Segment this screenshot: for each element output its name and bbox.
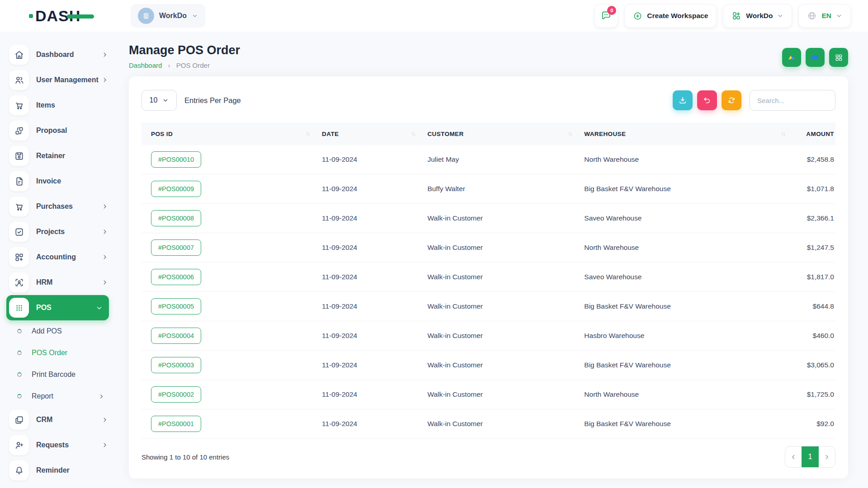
- pagination-next-button[interactable]: ›: [819, 446, 835, 467]
- grid-icon: [834, 53, 844, 62]
- pos-id-badge[interactable]: #POS00007: [151, 239, 201, 256]
- customer-cell: Walk-in Customer: [427, 273, 584, 281]
- pos-id-badge[interactable]: #POS00006: [151, 269, 201, 285]
- pos-id-cell: #POS00010: [142, 151, 322, 168]
- pos-id-badge[interactable]: #POS00010: [151, 151, 201, 168]
- sidebar-item-projects[interactable]: Projects: [0, 219, 115, 244]
- bullet-icon: [17, 394, 22, 399]
- undo-button[interactable]: [697, 90, 717, 110]
- grid-plus-icon: [9, 247, 29, 267]
- workspace-avatar: [138, 8, 154, 24]
- warehouse-cell: North Warehouse: [584, 244, 797, 252]
- sidebar-subitem-pos-order[interactable]: POS Order: [0, 342, 115, 364]
- workdo-menu-button[interactable]: WorkDo: [723, 4, 792, 28]
- sidebar-item-requests[interactable]: Requests: [0, 432, 115, 458]
- date-cell: 11-09-2024: [322, 185, 427, 193]
- download-icon: [678, 96, 687, 105]
- pos-id-cell: #POS00004: [142, 328, 322, 344]
- column-customer[interactable]: CUSTOMER ↑↓: [427, 131, 584, 137]
- pos-id-badge[interactable]: #POS00009: [151, 181, 201, 197]
- pagination-prev-button[interactable]: ‹: [785, 446, 802, 467]
- pos-id-cell: #POS00002: [142, 386, 322, 403]
- column-date[interactable]: DATE ↑↓: [322, 131, 427, 137]
- chevron-right-icon: [102, 417, 108, 423]
- language-code: EN: [821, 12, 831, 20]
- users-icon: [9, 70, 29, 90]
- sidebar-item-user-management[interactable]: User Management: [0, 67, 115, 93]
- page-title: Manage POS Order: [129, 43, 240, 57]
- chevron-down-icon: [192, 13, 198, 19]
- pos-id-cell: #POS00007: [142, 239, 322, 256]
- breadcrumb: Dashboard › POS Order: [129, 61, 240, 69]
- undo-arrow-icon: [703, 96, 712, 105]
- page-head-left: Manage POS Order Dashboard › POS Order: [129, 43, 240, 69]
- workspace-label: WorkDo: [159, 12, 187, 20]
- workspace-selector[interactable]: WorkDo: [131, 4, 205, 28]
- pos-order-card: 10 Entries Per Page: [129, 76, 848, 479]
- amount-cell: $1,071.8: [797, 185, 835, 193]
- refresh-button[interactable]: [722, 90, 741, 110]
- chevron-down-icon: [96, 305, 103, 311]
- sidebar-subitem-report[interactable]: Report: [0, 385, 115, 407]
- entries-per-page-label: Entries Per Page: [184, 96, 241, 105]
- table-row: #POS00010 11-09-2024 Juliet May North Wa…: [142, 145, 835, 174]
- sidebar-item-reminder[interactable]: Reminder: [0, 458, 115, 483]
- cart-icon: [9, 95, 29, 115]
- export-download-button[interactable]: [673, 90, 693, 110]
- column-pos-id[interactable]: POS ID ↑↓: [142, 131, 322, 137]
- onedrive-icon: [810, 52, 821, 63]
- messages-button[interactable]: 0: [594, 4, 618, 28]
- sidebar-item-items[interactable]: Items: [0, 93, 115, 118]
- sidebar-subitem-print-barcode[interactable]: Print Barcode: [0, 364, 115, 385]
- warehouse-cell: Big Basket F&V Warehouse: [584, 420, 797, 428]
- sidebar-item-invoice[interactable]: Invoice: [0, 169, 115, 194]
- pos-id-badge[interactable]: #POS00001: [151, 416, 201, 432]
- language-selector[interactable]: EN: [798, 4, 851, 28]
- pos-id-cell: #POS00005: [142, 298, 322, 314]
- chevron-right-icon: [102, 52, 108, 58]
- pos-id-cell: #POS00009: [142, 181, 322, 197]
- warehouse-cell: North Warehouse: [584, 155, 797, 164]
- column-amount[interactable]: AMOUNT: [797, 131, 835, 137]
- pagination-page-1[interactable]: 1: [802, 446, 819, 467]
- sidebar-item-hrm[interactable]: HRM: [0, 270, 115, 295]
- customer-cell: Walk-in Customer: [427, 332, 584, 340]
- pos-id-badge[interactable]: #POS00004: [151, 328, 201, 344]
- sidebar-item-dashboard[interactable]: Dashboard: [0, 42, 115, 67]
- sidebar-item-purchases[interactable]: Purchases: [0, 194, 115, 219]
- pos-id-badge[interactable]: #POS00003: [151, 357, 201, 373]
- date-cell: 11-09-2024: [322, 214, 427, 222]
- entries-per-page-select[interactable]: 10: [142, 90, 177, 111]
- customer-cell: Walk-in Customer: [427, 302, 584, 310]
- chevron-right-icon: [102, 254, 108, 260]
- pos-id-badge[interactable]: #POS00008: [151, 210, 201, 226]
- main-content: Manage POS Order Dashboard › POS Order: [115, 32, 868, 488]
- column-warehouse[interactable]: WAREHOUSE ↑↓: [584, 131, 797, 137]
- sidebar-item-pos[interactable]: POS: [6, 295, 109, 320]
- sidebar-item-crm[interactable]: CRM: [0, 407, 115, 432]
- table-row: #POS00008 11-09-2024 Walk-in Customer Sa…: [142, 204, 835, 233]
- create-workspace-button[interactable]: Create Workspace: [624, 4, 717, 28]
- sidebar-item-retainer[interactable]: Retainer: [0, 143, 115, 169]
- pos-id-badge[interactable]: #POS00002: [151, 386, 201, 403]
- pos-id-badge[interactable]: #POS00005: [151, 298, 201, 314]
- google-drive-button[interactable]: [782, 48, 801, 67]
- page-head-actions: [782, 48, 848, 67]
- chevron-right-icon: [99, 394, 104, 399]
- brand-logo[interactable]: DASH: [29, 8, 115, 23]
- amount-cell: $644.8: [797, 302, 835, 310]
- sidebar-item-accounting[interactable]: Accounting: [0, 244, 115, 270]
- amount-cell: $460.0: [797, 332, 835, 340]
- grid-view-button[interactable]: [829, 48, 848, 67]
- bullet-icon: [17, 351, 22, 355]
- sidebar-item-proposal[interactable]: Proposal: [0, 118, 115, 143]
- onedrive-button[interactable]: [806, 48, 825, 67]
- search-input[interactable]: [750, 90, 835, 111]
- apps-grid-icon: [731, 11, 741, 21]
- sort-icon: ↑↓: [306, 131, 309, 137]
- sidebar-subitem-add-pos[interactable]: Add POS: [0, 320, 115, 342]
- amount-cell: $1,247.5: [797, 244, 835, 252]
- breadcrumb-dashboard[interactable]: Dashboard: [129, 61, 162, 69]
- chevron-right-icon: [102, 203, 108, 210]
- bell-icon: [9, 460, 29, 480]
